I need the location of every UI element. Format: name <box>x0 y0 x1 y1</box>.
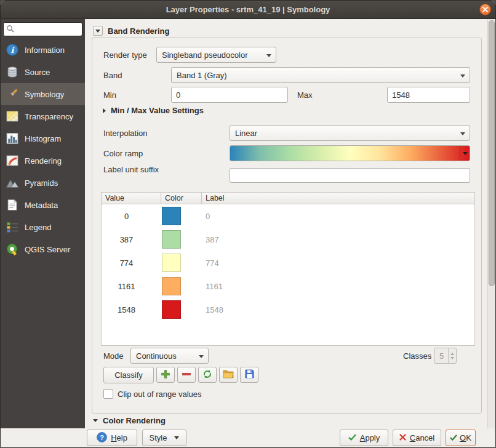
band-rendering-header[interactable]: Band Rendering <box>93 26 169 36</box>
table-header-row: Value Color Label <box>102 193 474 204</box>
classes-label: Classes <box>403 351 431 361</box>
column-header-label[interactable]: Label <box>202 193 474 204</box>
sidebar-item-label: Source <box>25 68 50 77</box>
color-ramp-label: Color ramp <box>103 149 143 158</box>
classification-table: Value Color Label 0 0 387 387 <box>101 192 475 346</box>
style-button-label: Style <box>150 433 167 442</box>
scrollbar <box>487 19 495 428</box>
sidebar-search[interactable] <box>3 22 82 36</box>
info-icon: i <box>6 43 19 57</box>
sidebar-item-pyramids[interactable]: Pyramids <box>1 172 85 194</box>
search-icon <box>6 25 14 34</box>
ok-check-icon <box>450 433 457 442</box>
folder-icon <box>223 369 234 380</box>
clip-out-of-range-checkbox[interactable] <box>103 389 113 399</box>
sidebar-item-qgis-server[interactable]: QGIS Server <box>1 238 85 260</box>
band-rendering-frame: Render type Singleband pseudocolor Band … <box>92 38 482 414</box>
classes-spinner: 5 <box>434 348 457 364</box>
color-rendering-header[interactable]: Color Rendering <box>93 416 166 425</box>
sidebar-item-histogram[interactable]: Histogram <box>1 127 85 150</box>
sidebar-item-transparency[interactable]: Transparency <box>1 105 85 127</box>
band-dropdown[interactable]: Band 1 (Gray) <box>171 67 470 83</box>
label-unit-suffix-input[interactable] <box>230 168 470 183</box>
cancel-button-label: Cancel <box>410 433 434 442</box>
add-value-button[interactable] <box>156 367 175 383</box>
min-max-settings-header[interactable]: Min / Max Value Settings <box>103 106 204 115</box>
cancel-button[interactable]: Cancel <box>393 430 441 446</box>
sidebar-item-symbology[interactable]: Symbology <box>1 83 85 105</box>
chevron-down-icon[interactable] <box>460 146 470 161</box>
minus-icon <box>182 369 191 381</box>
load-color-map-button[interactable] <box>219 367 238 383</box>
interpolation-dropdown[interactable]: Linear <box>230 125 470 141</box>
mode-value: Continuous <box>136 351 177 361</box>
render-type-dropdown[interactable]: Singleband pseudocolor <box>156 47 276 63</box>
ok-button[interactable]: OK <box>446 430 476 446</box>
transparency-icon <box>6 110 19 123</box>
chevron-down-icon <box>174 436 179 439</box>
mode-dropdown[interactable]: Continuous <box>130 348 209 364</box>
cell-label: 1548 <box>202 305 474 314</box>
main-panel: Band Rendering Render type Singleband ps… <box>85 19 495 428</box>
sidebar-item-legend[interactable]: Legend <box>1 216 85 238</box>
search-input[interactable] <box>16 25 79 34</box>
column-header-value[interactable]: Value <box>102 193 161 204</box>
max-label: Max <box>297 90 313 100</box>
save-icon <box>245 369 254 380</box>
close-icon <box>482 5 488 14</box>
sidebar-item-label: Information <box>25 46 65 55</box>
database-icon <box>6 65 19 79</box>
help-icon: ? <box>97 432 107 444</box>
cell-label: 1161 <box>202 282 474 291</box>
spinner-arrows-icon <box>448 348 456 363</box>
table-row[interactable]: 1548 1548 <box>102 298 474 321</box>
apply-button-label: Apply <box>360 433 380 442</box>
titlebar[interactable]: Layer Properties - srtm_41_19 | Symbolog… <box>1 1 495 19</box>
min-input[interactable] <box>171 87 288 103</box>
sidebar-item-metadata[interactable]: Metadata <box>1 194 85 216</box>
remove-value-button[interactable] <box>177 367 196 383</box>
table-row[interactable]: 774 774 <box>102 251 474 274</box>
save-color-map-button[interactable] <box>240 367 258 383</box>
sidebar-item-label: Legend <box>25 223 51 232</box>
scrollbar-thumb[interactable] <box>489 20 495 286</box>
layer-properties-dialog: Layer Properties - srtm_41_19 | Symbolog… <box>0 0 496 448</box>
help-button[interactable]: ? Help <box>87 430 137 446</box>
table-body: 0 0 387 387 774 774 116 <box>102 204 474 321</box>
color-rendering-title: Color Rendering <box>103 416 166 425</box>
cell-label: 774 <box>202 258 474 268</box>
cell-value: 1161 <box>102 282 161 291</box>
legend-icon <box>6 220 19 234</box>
color-swatch[interactable] <box>162 277 181 295</box>
collapse-arrow-icon[interactable] <box>93 26 103 36</box>
sidebar-item-rendering[interactable]: Rendering <box>1 150 85 172</box>
color-swatch[interactable] <box>162 207 181 225</box>
style-button[interactable]: Style <box>142 430 186 446</box>
color-swatch[interactable] <box>162 254 181 272</box>
cell-label: 387 <box>202 235 474 244</box>
help-button-label: Help <box>111 433 127 442</box>
refresh-button[interactable] <box>198 367 217 383</box>
cell-value: 0 <box>102 212 161 221</box>
column-header-color[interactable]: Color <box>161 193 202 204</box>
color-ramp-preview <box>230 146 470 161</box>
table-row[interactable]: 0 0 <box>102 204 474 228</box>
render-type-value: Singleband pseudocolor <box>162 50 248 60</box>
pyramids-icon <box>6 176 19 190</box>
paintbrush-icon <box>6 87 19 101</box>
qgis-server-icon <box>6 242 19 256</box>
color-ramp-dropdown[interactable] <box>230 145 470 161</box>
sidebar-item-source[interactable]: Source <box>1 61 85 83</box>
cancel-x-icon <box>399 433 406 442</box>
sidebar: i Information Source Symbology <box>1 19 85 428</box>
max-input[interactable] <box>387 87 470 103</box>
classes-value: 5 <box>439 351 444 361</box>
classify-button[interactable]: Classify <box>103 367 154 383</box>
sidebar-item-information[interactable]: i Information <box>1 39 85 61</box>
table-row[interactable]: 1161 1161 <box>102 274 474 298</box>
color-swatch[interactable] <box>162 230 181 249</box>
table-row[interactable]: 387 387 <box>102 228 474 251</box>
apply-button[interactable]: Apply <box>340 430 388 446</box>
close-button[interactable] <box>479 4 491 15</box>
color-swatch[interactable] <box>162 300 181 319</box>
